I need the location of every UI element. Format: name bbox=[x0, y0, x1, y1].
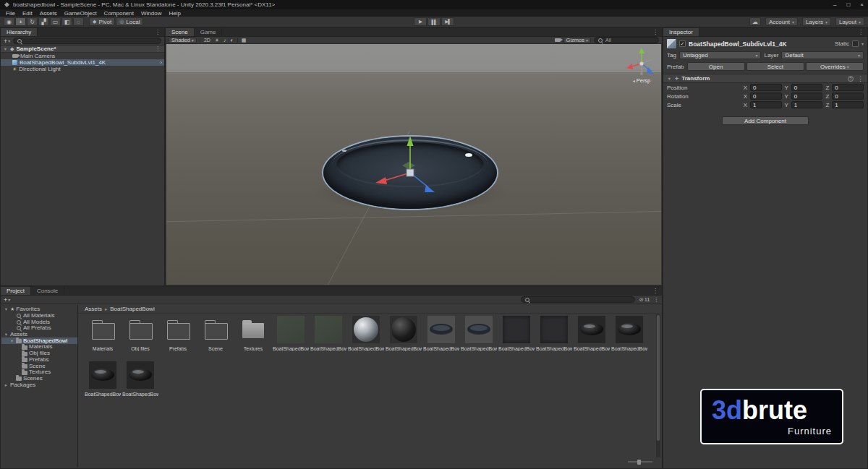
move-gizmo[interactable] bbox=[356, 126, 464, 213]
tree-item-scenes[interactable]: Scenes bbox=[1, 376, 77, 382]
scale-y-field[interactable]: 1 bbox=[791, 101, 823, 108]
asset-scene[interactable]: Scene bbox=[197, 314, 234, 360]
asset-boatshapedbow[interactable]: BoatShapedBow... bbox=[535, 314, 573, 360]
tab-game[interactable]: Game bbox=[195, 28, 223, 36]
tab-hierarchy[interactable]: Hierarchy bbox=[1, 28, 38, 36]
thumbnail-zoom-slider[interactable] bbox=[628, 461, 652, 462]
play-button[interactable]: ▶ bbox=[414, 17, 427, 26]
scene-viewport[interactable]: ◂ Persp bbox=[166, 44, 661, 285]
asset-materials[interactable]: Materials bbox=[84, 314, 122, 360]
asset-boatshapedbow[interactable]: BoatShapedBow... bbox=[84, 360, 122, 405]
scrollbar-thumb[interactable] bbox=[657, 315, 660, 441]
rect-tool-button[interactable]: ▭ bbox=[50, 17, 61, 26]
prefab-overrides-button[interactable]: Overrides▾ bbox=[806, 62, 864, 71]
hierarchy-item-directional-light[interactable]: ☀Directional Light bbox=[1, 66, 164, 72]
account-dropdown[interactable]: Account ▾ bbox=[765, 17, 798, 26]
scene-header-row[interactable]: ▾ ◆ SampleScene* ⋮ bbox=[1, 46, 164, 53]
asset-prefabs[interactable]: Prefabs bbox=[159, 314, 197, 360]
neg-x-ball-icon[interactable] bbox=[651, 58, 654, 61]
menu-component[interactable]: Component bbox=[101, 10, 137, 17]
asset-boatshapedbow[interactable]: BoatShapedBow... bbox=[310, 314, 347, 360]
inspector-menu-icon[interactable]: ⋮ bbox=[854, 28, 867, 36]
close-button[interactable]: × bbox=[860, 1, 864, 8]
effects-dropdown-icon[interactable]: ◐ bbox=[230, 38, 234, 43]
hand-tool-button[interactable]: ◉ bbox=[4, 17, 14, 26]
hierarchy-search-input[interactable] bbox=[13, 38, 161, 44]
foldout-arrow-icon[interactable]: ▾ bbox=[3, 46, 8, 52]
local-toggle[interactable]: ◎ Local bbox=[116, 17, 143, 26]
add-component-button[interactable]: Add Component bbox=[722, 116, 809, 125]
scale-x-field[interactable]: 1 bbox=[750, 101, 782, 108]
asset-boatshapedbow[interactable]: BoatShapedBow... bbox=[498, 314, 535, 360]
grid-visibility-icon[interactable]: ▦ bbox=[241, 38, 247, 43]
add-object-button[interactable]: +▾ bbox=[4, 38, 10, 45]
asset-boatshapedbow[interactable]: BoatShapedBow... bbox=[573, 314, 610, 360]
asset-textures[interactable]: Textures bbox=[234, 314, 272, 360]
custom-tool-button[interactable]: ◌ bbox=[73, 17, 84, 26]
minimize-button[interactable]: – bbox=[833, 1, 836, 8]
hidden-packages-toggle[interactable]: ⊘11 bbox=[639, 296, 650, 303]
breadcrumb-boatshapedbowl[interactable]: BoatShapedBowl bbox=[110, 306, 154, 312]
foldout-arrow-icon[interactable]: ▾ bbox=[9, 338, 14, 344]
lighting-toggle-icon[interactable]: ☀ bbox=[214, 38, 220, 43]
transform-component-header[interactable]: ▾ + Transform ? ⋮ bbox=[663, 74, 867, 83]
asset-boatshapedbow[interactable]: BoatShapedBow... bbox=[122, 360, 159, 405]
menu-help[interactable]: Help bbox=[165, 10, 184, 17]
transform-tool-button[interactable]: ◧ bbox=[61, 17, 72, 26]
rotation-y-field[interactable]: 0 bbox=[791, 92, 823, 100]
menu-gameobject[interactable]: GameObject bbox=[61, 10, 101, 17]
xz-plane-handle[interactable] bbox=[402, 162, 415, 169]
asset-boatshapedbow[interactable]: BoatShapedBow... bbox=[422, 314, 460, 360]
active-checkbox[interactable]: ✓ bbox=[679, 40, 686, 47]
gizmos-dropdown[interactable]: Gizmos ▾ bbox=[563, 38, 591, 43]
tab-project[interactable]: Project bbox=[1, 287, 31, 295]
shading-mode-dropdown[interactable]: Shaded ▾ bbox=[169, 38, 197, 43]
move-tool-button[interactable]: + bbox=[15, 17, 26, 26]
maximize-button[interactable]: □ bbox=[846, 1, 850, 8]
hierarchy-item-boatshapedbowl-subdivlvl1-4k[interactable]: BoatShapedBowl_SubdivLvl1_4K› bbox=[1, 59, 164, 66]
hierarchy-menu-icon[interactable]: ⋮ bbox=[151, 28, 164, 36]
position-x-field[interactable]: 0 bbox=[750, 84, 782, 91]
prefab-select-button[interactable]: Select bbox=[746, 62, 804, 71]
menu-edit[interactable]: Edit bbox=[19, 10, 36, 17]
slider-knob[interactable] bbox=[637, 460, 641, 465]
audio-toggle-icon[interactable]: ♪ bbox=[223, 38, 227, 43]
step-button[interactable]: ▶▌ bbox=[441, 17, 454, 26]
tree-item-prefabs[interactable]: Prefabs bbox=[1, 357, 77, 363]
neg-y-ball-icon[interactable] bbox=[640, 72, 643, 75]
prefab-open-button[interactable]: Open bbox=[687, 62, 745, 71]
menu-file[interactable]: File bbox=[2, 10, 19, 17]
foldout-arrow-icon[interactable]: ▾ bbox=[4, 306, 9, 312]
gizmo-center-ball[interactable] bbox=[639, 61, 643, 65]
asset-boatshapedbow[interactable]: BoatShapedBow... bbox=[272, 314, 310, 360]
asset-boatshapedbow[interactable]: BoatShapedBow... bbox=[610, 314, 648, 360]
asset-boatshapedbow[interactable]: BoatShapedBow... bbox=[460, 314, 498, 360]
pause-button[interactable]: ▌▌ bbox=[427, 17, 441, 26]
tab-inspector[interactable]: Inspector bbox=[663, 28, 699, 36]
project-search-input[interactable] bbox=[521, 296, 635, 303]
rotate-tool-button[interactable]: ↻ bbox=[27, 17, 38, 26]
rotation-z-field[interactable]: 0 bbox=[832, 92, 864, 100]
foldout-arrow-icon[interactable]: ▾ bbox=[4, 332, 9, 337]
scale-tool-button[interactable]: ▞ bbox=[38, 17, 49, 26]
tab-scene[interactable]: Scene bbox=[166, 28, 195, 36]
layout-dropdown[interactable]: Layout ▾ bbox=[835, 17, 864, 26]
help-icon[interactable]: ? bbox=[848, 76, 854, 82]
camera-icon[interactable] bbox=[555, 38, 561, 42]
tree-item-packages[interactable]: ▸Packages bbox=[1, 382, 77, 388]
foldout-arrow-icon[interactable]: ▾ bbox=[667, 76, 672, 82]
breadcrumb-assets[interactable]: Assets bbox=[85, 306, 102, 312]
static-dropdown-icon[interactable]: ▾ bbox=[861, 41, 864, 46]
tab-console[interactable]: Console bbox=[31, 287, 64, 295]
position-y-field[interactable]: 0 bbox=[791, 84, 823, 91]
project-menu-icon[interactable]: ⋮ bbox=[649, 287, 662, 295]
create-asset-button[interactable]: +▾ bbox=[4, 296, 10, 304]
layer-dropdown[interactable]: Default ▾ bbox=[781, 51, 864, 59]
pivot-toggle[interactable]: ◆ Pivot bbox=[89, 17, 115, 26]
asset-boatshapedbow[interactable]: BoatShapedBow... bbox=[347, 314, 385, 360]
scene-menu-icon[interactable]: ⋮ bbox=[649, 28, 662, 36]
static-checkbox[interactable] bbox=[852, 40, 859, 47]
component-menu-icon[interactable]: ⋮ bbox=[857, 75, 864, 82]
prefab-open-arrow-icon[interactable]: › bbox=[160, 59, 162, 66]
menu-assets[interactable]: Assets bbox=[36, 10, 61, 17]
